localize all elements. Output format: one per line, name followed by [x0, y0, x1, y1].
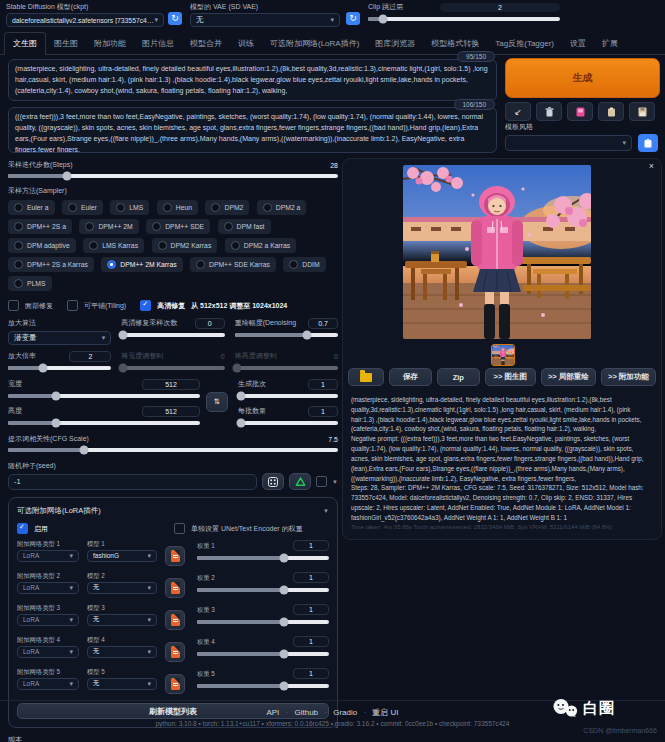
lora-model-file-button[interactable] — [165, 674, 185, 694]
tab-train[interactable]: 训练 — [230, 33, 262, 54]
batch-count-value[interactable]: 1 — [308, 379, 338, 390]
upscale-by-slider[interactable] — [8, 366, 111, 370]
steps-slider[interactable] — [8, 174, 338, 178]
lora-weight-value[interactable]: 1 — [293, 572, 329, 583]
sampler-option[interactable]: Heun — [157, 200, 198, 215]
github-link[interactable]: Github — [294, 708, 318, 717]
tab-tagger[interactable]: Tag反推(Tagger) — [487, 33, 562, 54]
sampler-option[interactable]: DPM2 a Karras — [225, 238, 296, 253]
sampler-option[interactable]: DPM++ 2S a Karras — [8, 257, 94, 272]
lora-model-file-button[interactable] — [165, 642, 185, 662]
prompt-input[interactable]: (masterpiece, sidelighting, ultra-detail… — [8, 59, 497, 101]
tab-png-info[interactable]: 图片信息 — [134, 33, 182, 54]
denoise-value[interactable]: 0.7 — [308, 318, 338, 329]
sampler-option[interactable]: DPM++ 2M — [79, 219, 138, 234]
gradio-link[interactable]: Gradio — [333, 708, 357, 717]
lora-weight-slider[interactable] — [197, 652, 329, 656]
generate-button[interactable]: 生成 — [505, 58, 660, 98]
sampler-option[interactable]: PLMS — [8, 276, 52, 291]
lora-separate-weights-checkbox[interactable] — [174, 523, 185, 534]
tab-merge[interactable]: 模型合并 — [182, 33, 230, 54]
sampler-option[interactable]: DPM2 — [205, 200, 249, 215]
save-button[interactable]: 保存 — [389, 368, 432, 386]
tab-lora[interactable]: 可选附加网络(LoRA插件) — [262, 33, 367, 54]
sampler-option[interactable]: DPM adaptive — [8, 238, 76, 253]
apply-style-button[interactable] — [598, 102, 624, 121]
lora-enable-checkbox[interactable] — [17, 523, 28, 534]
apply-styles-button[interactable] — [638, 134, 658, 152]
lora-weight-slider[interactable] — [197, 620, 329, 624]
paste-params-button[interactable]: ↙ — [505, 102, 531, 121]
lora-model-dropdown[interactable]: 无▾ — [87, 582, 157, 594]
sampler-option[interactable]: DPM++ 2S a — [8, 219, 72, 234]
width-slider[interactable] — [8, 394, 200, 398]
sampler-option[interactable]: DPM2 Karras — [152, 238, 218, 253]
collapse-arrow-icon[interactable]: ▼ — [323, 508, 329, 514]
checkpoint-dropdown[interactable]: dalceforealistictallyv2.safetensors [733… — [6, 13, 164, 27]
tiling-checkbox[interactable] — [67, 300, 78, 311]
extra-seed-checkbox[interactable] — [316, 476, 327, 487]
sampler-option[interactable]: DDIM — [283, 257, 325, 272]
styles-dropdown[interactable]: ▾ — [505, 135, 632, 151]
hires-fix-checkbox[interactable] — [140, 300, 151, 311]
lora-weight-slider[interactable] — [197, 588, 329, 592]
lora-model-file-button[interactable] — [165, 610, 185, 630]
vae-dropdown[interactable]: 无 ▾ — [190, 13, 340, 27]
hires-steps-slider[interactable] — [121, 333, 224, 337]
lora-weight-value[interactable]: 1 — [293, 604, 329, 615]
refresh-checkpoint-button[interactable]: ↻ — [168, 12, 182, 25]
extra-networks-button[interactable] — [567, 102, 593, 121]
steps-value[interactable]: 28 — [330, 162, 338, 169]
seed-input[interactable] — [8, 474, 257, 490]
clip-skip-slider[interactable] — [368, 17, 560, 21]
extra-seed-arrow-icon[interactable]: ▼ — [332, 479, 338, 485]
lora-weight-value[interactable]: 1 — [293, 668, 329, 679]
zip-button[interactable]: Zip — [437, 368, 480, 386]
denoise-slider[interactable] — [235, 333, 338, 337]
tab-extras[interactable]: 附加功能 — [86, 33, 134, 54]
width-value[interactable]: 512 — [142, 379, 200, 390]
sampler-option[interactable]: Euler a — [8, 200, 55, 215]
sampler-option[interactable]: DPM++ SDE Karras — [190, 257, 276, 272]
sampler-option[interactable]: DPM fast — [218, 219, 271, 234]
sampler-option-selected[interactable]: DPM++ 2M Karras — [101, 257, 182, 272]
lora-type-dropdown[interactable]: LoRA▾ — [17, 678, 79, 690]
tab-extensions[interactable]: 扩展 — [594, 33, 626, 54]
sampler-option[interactable]: DPM2 a — [257, 200, 307, 215]
save-style-button[interactable] — [629, 102, 655, 121]
batch-size-slider[interactable] — [238, 421, 338, 425]
cfg-value[interactable]: 7.5 — [328, 436, 338, 443]
clip-skip-value[interactable]: 2 — [440, 3, 560, 12]
upscaler-dropdown[interactable]: 潜变量▾ — [8, 331, 111, 345]
lora-weight-slider[interactable] — [197, 684, 329, 688]
batch-count-slider[interactable] — [238, 394, 338, 398]
lora-type-dropdown[interactable]: LoRA▾ — [17, 582, 79, 594]
height-slider[interactable] — [8, 421, 200, 425]
sampler-option[interactable]: DPM++ SDE — [146, 219, 210, 234]
tab-settings[interactable]: 设置 — [562, 33, 594, 54]
lora-model-dropdown[interactable]: 无▾ — [87, 646, 157, 658]
height-value[interactable]: 512 — [142, 406, 200, 417]
send-to-extras-button[interactable]: >> 附加功能 — [601, 368, 656, 386]
random-seed-button[interactable] — [262, 473, 284, 490]
face-restore-checkbox[interactable] — [8, 300, 19, 311]
lora-model-file-button[interactable] — [165, 546, 185, 566]
send-to-img2img-button[interactable]: >> 图生图 — [485, 368, 536, 386]
lora-type-dropdown[interactable]: LoRA▾ — [17, 550, 79, 562]
lora-model-dropdown[interactable]: 无▾ — [87, 614, 157, 626]
reuse-seed-button[interactable] — [289, 473, 311, 490]
lora-weight-value[interactable]: 1 — [293, 636, 329, 647]
close-icon[interactable]: × — [649, 161, 654, 171]
generated-image[interactable] — [403, 165, 591, 339]
upscale-by-value[interactable]: 2 — [69, 351, 111, 362]
negative-prompt-input[interactable]: (((extra feet))),3 feet,more than two fe… — [8, 107, 497, 153]
api-link[interactable]: API — [266, 708, 279, 717]
open-folder-button[interactable] — [348, 368, 384, 386]
lora-model-dropdown[interactable]: 无▾ — [87, 678, 157, 690]
cfg-slider[interactable] — [8, 448, 338, 452]
result-thumbnail[interactable] — [491, 344, 515, 366]
refresh-vae-button[interactable]: ↻ — [346, 12, 360, 25]
hires-steps-value[interactable]: 0 — [195, 318, 225, 329]
tab-txt2img[interactable]: 文生图 — [4, 32, 46, 55]
sampler-option[interactable]: Euler — [62, 200, 103, 215]
